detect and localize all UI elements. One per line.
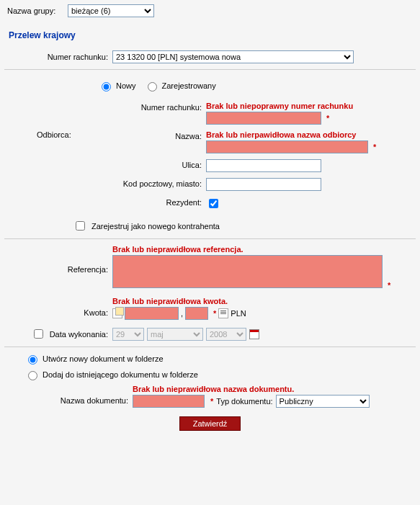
doc-option-new-row: Utwórz nowy dokument w folderze <box>24 353 416 365</box>
recipient-account-input[interactable] <box>206 112 321 125</box>
note-icon[interactable] <box>218 308 228 318</box>
recipient-block: Odbiorca: Numer rachunku: Brak lub niepo… <box>4 102 416 216</box>
section-title: Przelew krajowy <box>9 30 416 40</box>
amount-minor-input[interactable] <box>185 307 208 320</box>
account-select[interactable]: 23 1320 00 [PLN] systemowa nowa <box>112 50 354 63</box>
account-label: Numer rachunku: <box>4 53 112 61</box>
group-select[interactable]: bieżące (6) <box>68 4 154 17</box>
required-mark: * <box>373 143 376 151</box>
doc-name-row: Nazwa dokumentu: Brak lub nieprawidłowa … <box>4 385 416 408</box>
reference-input[interactable] <box>112 255 383 288</box>
recipient-street-row: Ulica: <box>112 159 416 172</box>
recipient-account-row: Numer rachunku: Brak lub niepoprawny num… <box>112 102 416 125</box>
required-mark: * <box>388 281 390 290</box>
account-row: Numer rachunku: 23 1320 00 [PLN] systemo… <box>4 50 416 63</box>
reference-row: Referencja: Brak lub nieprawidłowa refer… <box>4 245 416 290</box>
divider <box>4 69 416 70</box>
radio-new[interactable] <box>102 82 111 91</box>
radio-new-label: Nowy <box>116 81 136 90</box>
exec-date-label: Data wykonania: <box>50 330 108 339</box>
amount-currency: PLN <box>231 309 246 318</box>
register-new-row: Zarejestruj jako nowego kontrahenta <box>73 219 416 233</box>
recipient-name-input[interactable] <box>206 140 368 153</box>
recipient-postal-row: Kod pocztowy, miasto: <box>112 178 416 191</box>
amount-sep: , <box>181 309 183 318</box>
recipient-name-error: Brak lub nierpawidłowa nazwa odbiorcy <box>206 130 416 139</box>
amount-major-input[interactable] <box>125 307 179 320</box>
divider <box>4 238 416 239</box>
doc-type-select[interactable]: Publiczny <box>276 395 370 408</box>
recipient-section-label: Odbiorca: <box>4 102 112 216</box>
required-mark: * <box>326 114 329 122</box>
confirm-button[interactable]: Zatwierdź <box>179 416 241 431</box>
required-mark: * <box>210 397 213 406</box>
exec-date-month[interactable]: maj <box>147 328 203 341</box>
doc-name-input[interactable] <box>133 395 205 408</box>
recipient-postal-input[interactable] <box>206 178 321 191</box>
exec-date-row: Data wykonania: 29 maj 2008 <box>4 327 416 341</box>
doc-option-add-row: Dodaj do istniejącego dokumentu w folder… <box>24 369 416 380</box>
exec-date-year[interactable]: 2008 <box>206 328 246 341</box>
radio-doc-new-label: Utwórz nowy dokument w folderze <box>43 354 164 363</box>
recipient-account-label: Numer rachunku: <box>112 102 206 112</box>
recipient-street-input[interactable] <box>206 159 321 172</box>
amount-error: Brak lub nieprawidłowa kwota. <box>112 297 416 305</box>
reference-label: Referencja: <box>4 245 112 274</box>
register-new-checkbox[interactable] <box>76 221 85 231</box>
recipient-name-label: Nazwa: <box>112 130 206 140</box>
radio-doc-add[interactable] <box>28 371 37 380</box>
doc-type-label: Typ dokumentu: <box>216 397 272 406</box>
amount-row: Kwota: Brak lub nieprawidłowa kwota. , *… <box>4 297 416 320</box>
confirm-row: Zatwierdź <box>4 416 416 431</box>
recipient-resident-checkbox[interactable] <box>209 199 218 208</box>
exec-date-day[interactable]: 29 <box>112 328 144 341</box>
recipient-street-label: Ulica: <box>112 159 206 169</box>
amount-label: Kwota: <box>4 297 112 317</box>
radio-registered[interactable] <box>148 82 157 91</box>
divider <box>4 347 416 347</box>
radio-registered-label: Zarejestrowany <box>162 81 216 90</box>
recipient-resident-row: Rezydent: <box>112 197 416 210</box>
calendar-icon[interactable] <box>249 329 259 339</box>
recipient-type-row: Nowy Zarejestrowany <box>98 80 416 91</box>
exec-date-checkbox[interactable] <box>34 329 43 339</box>
reference-error: Brak lub nieprawidłowa referencja. <box>112 245 416 254</box>
required-mark: * <box>213 309 216 318</box>
copy-icon[interactable] <box>112 308 122 318</box>
doc-name-error: Brak lub nieprawidłowa nazwa dokumentu. <box>133 385 416 393</box>
group-label: Nazwa grupy: <box>4 6 68 15</box>
recipient-account-error: Brak lub niepoprawny numer rachunku <box>206 102 416 110</box>
register-new-label: Zarejestruj jako nowego kontrahenta <box>91 222 220 231</box>
recipient-resident-label: Rezydent: <box>112 197 206 207</box>
doc-name-label: Nazwa dokumentu: <box>4 385 133 405</box>
recipient-postal-label: Kod pocztowy, miasto: <box>112 178 206 188</box>
radio-doc-add-label: Dodaj do istniejącego dokumentu w folder… <box>43 370 198 379</box>
radio-doc-new[interactable] <box>28 355 37 365</box>
recipient-name-row: Nazwa: Brak lub nierpawidłowa nazwa odbi… <box>112 130 416 153</box>
group-row: Nazwa grupy: bieżące (6) <box>4 4 416 17</box>
